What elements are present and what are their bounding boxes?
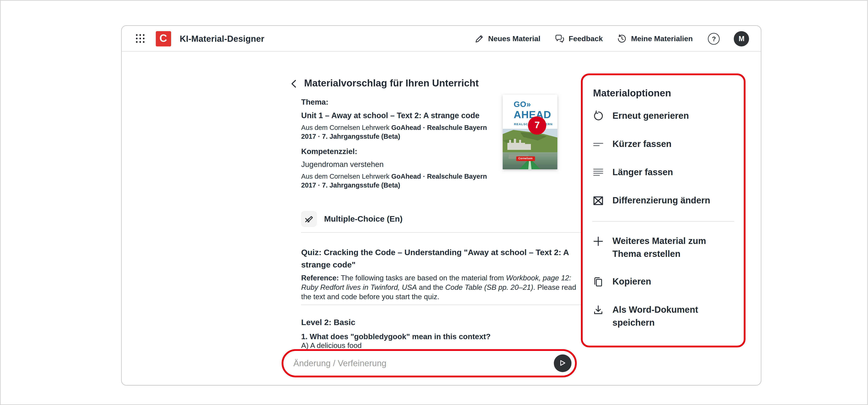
book-level-badge: 7 <box>528 116 546 134</box>
option-weiteres-material[interactable]: Weiteres Material zum Thema erstellen <box>592 235 734 260</box>
shorten-icon <box>592 138 604 150</box>
nav-label: Meine Materialien <box>631 34 693 43</box>
quiz-title: Quiz: Cracking the Code – Understanding … <box>301 247 587 271</box>
grid-icon <box>134 33 146 44</box>
cornelsen-logo[interactable]: C <box>156 31 171 46</box>
back-button[interactable] <box>291 79 297 88</box>
material-type-chip: Multiple-Choice (En) <box>301 211 587 227</box>
app-title: KI-Material-Designer <box>180 34 265 43</box>
refresh-icon <box>592 110 604 122</box>
chip-label: Multiple-Choice (En) <box>324 215 403 224</box>
refinement-input[interactable] <box>292 358 554 368</box>
question-1: 1. What does "gobbledygook" mean in this… <box>301 332 587 342</box>
page-title-row: Materialvorschlag für Ihren Unterricht <box>291 77 587 89</box>
page-title: Materialvorschlag für Ihren Unterricht <box>304 77 479 89</box>
material-options-panel: Materialoptionen Erneut generieren <box>581 74 745 348</box>
help-label: ? <box>712 35 716 42</box>
option-label: Weiteres Material zum Thema erstellen <box>613 235 734 260</box>
book-cover-photo <box>502 128 557 169</box>
header-left: C KI-Material-Designer <box>133 31 265 46</box>
kompetenzziel-source: Aus dem Cornelsen Lehrwerk GoAhead · Rea… <box>301 172 496 190</box>
lengthen-icon <box>592 166 604 179</box>
option-label: Differenzierung ändern <box>613 194 710 207</box>
option-differenzierung-aendern[interactable]: Differenzierung ändern <box>592 194 710 207</box>
option-label: Kürzer fassen <box>613 138 672 151</box>
copy-icon <box>592 276 604 288</box>
nav-feedback[interactable]: Feedback <box>555 33 603 43</box>
chevron-left-icon <box>291 79 297 88</box>
header-nav: Neues Material Feedback Meine Mater <box>475 31 749 46</box>
option-label: Kopieren <box>613 275 651 288</box>
refinement-composer <box>282 349 577 377</box>
app-grid-button[interactable] <box>133 32 147 45</box>
option-label: Erneut generieren <box>613 110 689 122</box>
option-word-speichern[interactable]: Als Word-Dokument speichern <box>592 304 734 329</box>
options-panel-title: Materialoptionen <box>593 88 734 99</box>
history-icon <box>617 33 627 43</box>
divider <box>301 305 587 305</box>
option-laenger-fassen[interactable]: Länger fassen <box>592 166 673 179</box>
send-button[interactable] <box>554 354 571 372</box>
pencil-icon <box>475 34 484 43</box>
option-label: Als Word-Dokument speichern <box>613 304 734 329</box>
chat-icon <box>555 33 565 43</box>
option-label: Länger fassen <box>613 166 673 179</box>
app-header: C KI-Material-Designer Neues Material Fe… <box>122 26 761 52</box>
option-erneut-generieren[interactable]: Erneut generieren <box>592 110 689 122</box>
multiple-choice-icon <box>304 214 314 224</box>
book-publisher-badge: Cornelsen <box>516 156 535 161</box>
app-window: C KI-Material-Designer Neues Material Fe… <box>121 25 762 385</box>
thema-source: Aus dem Cornelsen Lehrwerk GoAhead · Rea… <box>301 123 496 141</box>
chip-icon-box <box>301 211 317 227</box>
screenshot-stage: C KI-Material-Designer Neues Material Fe… <box>0 0 868 405</box>
differentiation-icon <box>592 194 604 207</box>
send-icon <box>558 359 567 368</box>
nav-meine-materialien[interactable]: Meine Materialien <box>617 33 693 43</box>
logo-letter: C <box>159 32 167 45</box>
download-icon <box>592 304 604 316</box>
panel-divider <box>592 221 734 222</box>
user-avatar[interactable]: M <box>734 31 749 46</box>
plus-icon <box>592 235 604 247</box>
nav-label: Neues Material <box>488 34 540 43</box>
quiz-reference: Reference: The following tasks are based… <box>301 274 587 302</box>
book-cover: GO» AHEAD REALSCHULE BAYERN <box>502 94 557 169</box>
divider <box>301 232 587 233</box>
nav-neues-material[interactable]: Neues Material <box>475 34 540 43</box>
nav-label: Feedback <box>569 34 603 43</box>
main-area: Materialvorschlag für Ihren Unterricht T… <box>122 52 761 385</box>
options-list: Erneut generieren Kürzer fassen <box>592 110 734 329</box>
option-kuerzer-fassen[interactable]: Kürzer fassen <box>592 138 672 151</box>
help-button[interactable]: ? <box>708 33 720 44</box>
option-kopieren[interactable]: Kopieren <box>592 275 651 288</box>
level-heading: Level 2: Basic <box>301 318 587 327</box>
avatar-initial: M <box>739 34 745 43</box>
book-brand-top: GO» <box>514 100 531 108</box>
